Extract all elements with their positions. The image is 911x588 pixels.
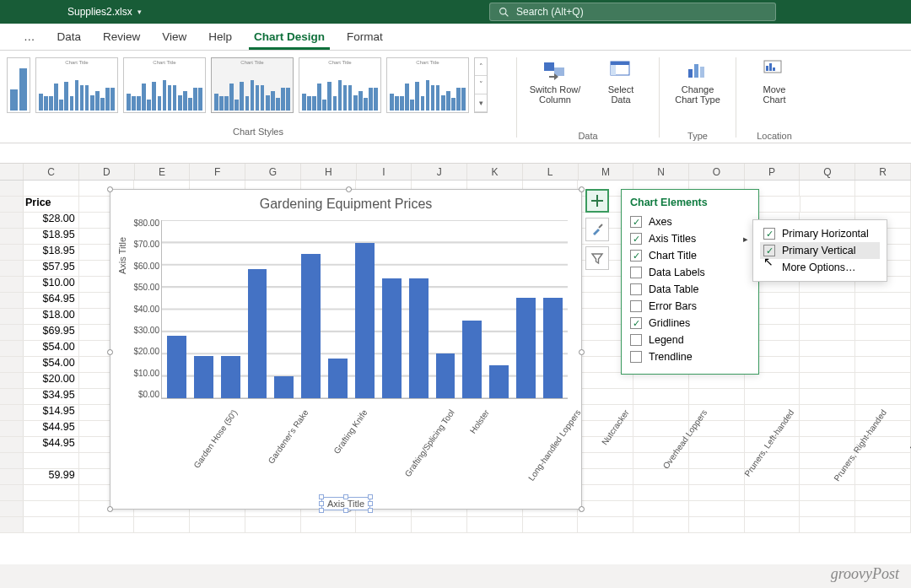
tab-chart-design[interactable]: Chart Design [249,27,330,50]
cell[interactable]: Price [24,197,79,212]
tab-review[interactable]: Review [98,27,145,50]
cell[interactable]: $54.00 [24,341,79,356]
column-header[interactable]: O [689,164,745,180]
cell[interactable] [633,389,689,404]
chart-style-thumb[interactable]: Chart Title [299,57,381,113]
chart-element-option[interactable]: Legend [630,332,750,348]
cell[interactable] [689,373,745,388]
cell[interactable]: $18.95 [24,245,79,260]
change-chart-type-button[interactable]: Change Chart Type [668,56,727,105]
chart-style-thumb[interactable]: Chart Title [211,57,294,113]
cell[interactable] [633,405,689,420]
column-header[interactable]: F [190,164,245,180]
cell[interactable] [190,517,245,532]
column-header[interactable]: K [467,164,523,180]
cell[interactable] [24,485,79,500]
chart-element-option[interactable]: Data Table [630,281,750,298]
tab-more[interactable]: … [19,27,40,50]
chart-element-option[interactable]: ✓Axis Titles [630,230,750,247]
checkbox[interactable] [630,283,642,295]
chart-elements-button[interactable] [585,189,609,213]
axis-title-option[interactable]: More Options… [760,259,880,276]
bar[interactable] [167,336,186,398]
bar[interactable] [328,359,348,398]
chevron-down-icon[interactable]: ˅ [475,76,487,94]
cell[interactable]: $57.95 [24,261,79,276]
cell[interactable] [24,517,79,532]
cell[interactable]: 59.99 [24,469,79,484]
cell[interactable] [301,517,357,532]
bar[interactable] [462,321,482,398]
cell[interactable] [855,373,911,388]
bar-series[interactable] [162,220,568,398]
chart-element-option[interactable]: ✓Axes [630,213,750,230]
bar[interactable] [221,356,240,398]
column-headers[interactable]: CDEFGHIJKLMNOPQR [0,164,911,181]
bar[interactable] [409,278,429,398]
column-header[interactable]: Q [800,164,855,180]
gallery-scroll[interactable]: ˄ ˅ ▾ [474,57,488,113]
tab-help[interactable]: Help [203,27,237,50]
cell[interactable] [134,517,190,532]
worksheet-grid[interactable]: CDEFGHIJKLMNOPQR Price$28.00$18.95$18.95… [0,164,911,564]
cell[interactable] [356,517,412,532]
checkbox[interactable] [630,334,642,346]
cell[interactable] [79,517,135,532]
chart-styles-gallery[interactable]: Chart Title Chart Title Chart Title Char… [5,54,511,121]
cell[interactable]: $69.95 [24,325,79,340]
column-header[interactable]: R [855,164,911,180]
cell[interactable] [800,341,855,356]
gallery-expand-icon[interactable]: ▾ [475,94,487,112]
file-name[interactable]: Supplies2.xlsx ▾ [67,6,142,18]
checkbox[interactable] [630,300,642,312]
column-header[interactable]: I [357,164,412,180]
cell[interactable] [745,389,800,404]
column-header[interactable]: L [523,164,579,180]
cell[interactable] [855,181,911,196]
cell[interactable] [24,181,79,196]
cell[interactable]: $54.00 [24,357,79,372]
bar[interactable] [382,278,402,398]
checkbox[interactable]: ✓ [630,216,642,228]
checkbox[interactable] [630,351,642,363]
chevron-down-icon[interactable]: ▾ [137,8,142,16]
cell[interactable] [633,501,689,516]
chart-element-option[interactable]: Error Bars [630,298,750,315]
chart-style-thumb[interactable] [7,57,30,113]
formula-bar[interactable] [0,143,911,164]
bar[interactable] [355,243,375,398]
axis-title-option[interactable]: ✓Primary Horizontal [760,225,880,242]
cell[interactable]: $34.95 [24,389,79,404]
cell[interactable] [855,341,911,356]
cell[interactable]: $10.00 [24,277,79,292]
bar[interactable] [543,298,563,398]
column-header[interactable]: N [633,164,689,180]
cell[interactable] [578,389,633,404]
cell[interactable] [689,389,745,404]
cell[interactable] [855,357,911,372]
chart-filters-button[interactable] [585,246,609,270]
checkbox[interactable]: ✓ [763,245,775,256]
bar[interactable] [516,298,536,398]
cell[interactable] [745,517,800,532]
cell[interactable]: $20.00 [24,373,79,388]
cell[interactable] [855,197,911,212]
checkbox[interactable]: ✓ [630,250,642,262]
bar[interactable] [489,365,509,398]
chart-styles-button[interactable] [585,218,609,241]
cell[interactable] [855,309,911,324]
column-header[interactable]: G [245,164,301,180]
cell[interactable] [800,389,855,404]
x-axis-title-selected[interactable]: Axis Title [321,497,370,510]
cell[interactable] [800,293,855,308]
cell[interactable] [633,517,689,532]
axis-titles-submenu[interactable]: ✓Primary Horizontal✓Primary VerticalMore… [752,219,887,282]
bar[interactable] [248,269,267,398]
chart-style-thumb[interactable]: Chart Title [123,57,206,113]
column-header[interactable]: J [412,164,467,180]
tab-format[interactable]: Format [342,27,388,50]
bar[interactable] [436,353,456,398]
cell[interactable] [412,517,467,532]
cell[interactable] [633,373,689,388]
y-axis-title[interactable]: Axis Title [117,237,127,274]
